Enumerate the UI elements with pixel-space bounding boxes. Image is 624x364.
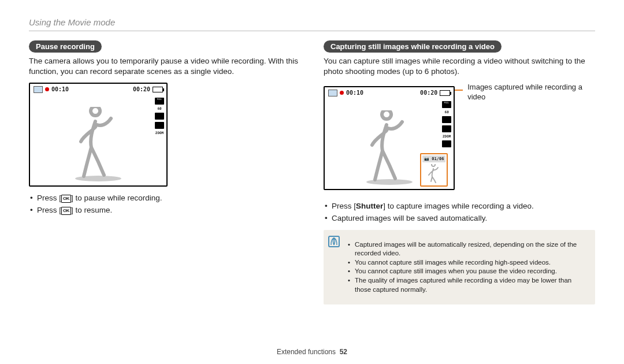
shutter-label: Shutter xyxy=(356,202,383,210)
bullet-auto-save: Captured images will be saved automatica… xyxy=(324,213,595,224)
left-bullets: Press [OK] to pause while recording. Pre… xyxy=(29,192,300,216)
note-paused: You cannot capture still images when you… xyxy=(347,267,588,276)
note-resize: Captured images will be automatically re… xyxy=(347,240,588,258)
indicator-icon-2 xyxy=(442,125,451,132)
svg-point-1 xyxy=(366,179,413,185)
divider xyxy=(29,31,595,31)
indicator-icon-2 xyxy=(155,122,164,129)
resolution-full-icon xyxy=(442,101,451,108)
elapsed-time: 00:10 xyxy=(51,86,69,92)
fps-label: 60 xyxy=(157,107,161,110)
ok-button-icon: OK xyxy=(61,195,71,203)
record-dot-icon xyxy=(340,91,344,95)
battery-icon xyxy=(440,90,450,96)
zoom-label: ZOOM xyxy=(443,135,451,138)
battery-icon xyxy=(153,87,163,92)
bullet-shutter: Press [Shutter] to capture images while … xyxy=(324,200,595,212)
capture-counter: 01/06 xyxy=(432,157,444,161)
para-pause-recording: The camera allows you to temporarily pau… xyxy=(29,56,300,77)
camera-icon: 📷 xyxy=(424,157,429,161)
skater-silhouette-icon xyxy=(64,107,133,182)
resolution-full-icon xyxy=(155,98,164,105)
lcd-screenshot-right: 00:10 00:20 60 ZOOM xyxy=(324,86,455,190)
page-footer: Extended functions 52 xyxy=(0,348,624,356)
bullet-pause: Press [OK] to pause while recording. xyxy=(29,192,300,204)
heading-pause-recording: Pause recording xyxy=(29,40,102,53)
left-column: Pause recording The camera allows you to… xyxy=(29,40,300,304)
note-quality: The quality of images captured while rec… xyxy=(347,276,588,294)
note-icon xyxy=(328,236,340,247)
remaining-time: 00:20 xyxy=(133,86,150,92)
footer-chapter: Extended functions xyxy=(277,348,336,356)
capture-counter-box: 📷 01/06 xyxy=(420,153,448,187)
fps-label: 60 xyxy=(445,110,449,114)
heading-capturing-stills: Capturing still images while recording a… xyxy=(324,40,502,53)
section-title: Using the Movie mode xyxy=(29,17,595,27)
note-highspeed: You cannot capture still images while re… xyxy=(347,258,588,268)
callout-text: Images captured while recording a video xyxy=(467,83,595,102)
skater-silhouette-icon xyxy=(355,110,424,185)
notes-box: Captured images will be automatically re… xyxy=(324,230,595,304)
svg-point-0 xyxy=(75,176,121,181)
remaining-time: 00:20 xyxy=(420,90,437,96)
right-bullets: Press [Shutter] to capture images while … xyxy=(324,200,595,224)
thumb-icon xyxy=(328,90,337,96)
capture-mode-icon xyxy=(442,140,451,147)
callout-line xyxy=(454,90,463,91)
indicator-icon-1 xyxy=(442,116,451,123)
lcd-screenshot-left: 00:10 00:20 60 ZOOM xyxy=(29,83,168,187)
indicator-icon-1 xyxy=(155,113,164,120)
elapsed-time: 00:10 xyxy=(346,90,363,96)
thumb-icon xyxy=(34,86,43,93)
right-column: Capturing still images while recording a… xyxy=(324,40,595,304)
para-capturing-stills: You can capture still images while recor… xyxy=(324,56,595,77)
footer-page: 52 xyxy=(340,348,347,356)
bullet-resume: Press [OK] to resume. xyxy=(29,205,300,216)
record-dot-icon xyxy=(45,87,49,91)
ok-button-icon: OK xyxy=(61,207,71,215)
zoom-label: ZOOM xyxy=(155,131,164,135)
capture-thumb-icon xyxy=(425,164,443,184)
